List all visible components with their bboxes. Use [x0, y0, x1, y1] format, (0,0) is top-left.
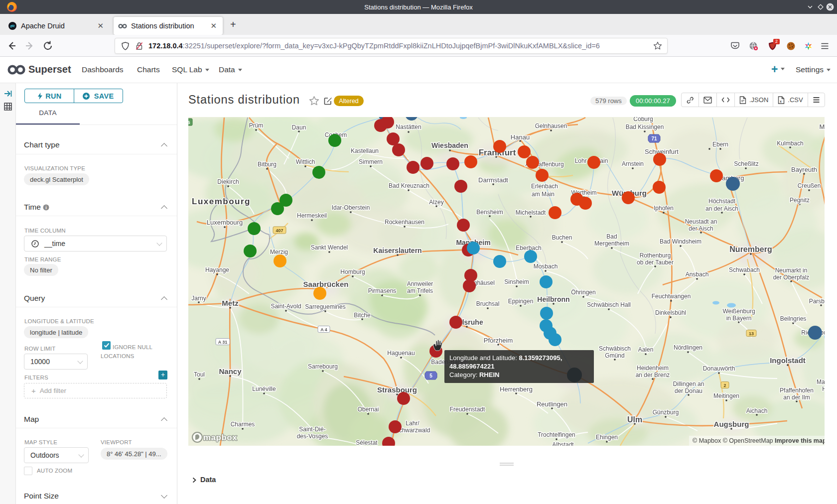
- svg-text:Ansbach: Ansbach: [686, 271, 709, 278]
- svg-text:Haguenau: Haguenau: [387, 350, 415, 357]
- svg-text:Charmes: Charmes: [231, 421, 255, 428]
- svg-text:Heilbronn: Heilbronn: [537, 295, 569, 303]
- svg-text:Dinkelsbühl: Dinkelsbühl: [655, 309, 686, 316]
- svg-text:Mergentheim: Mergentheim: [594, 240, 629, 247]
- svg-text:Saint-Dié-: Saint-Dié-: [299, 426, 325, 433]
- svg-text:Bad Kreuznach: Bad Kreuznach: [389, 182, 429, 189]
- svg-text:Prüm: Prüm: [249, 122, 264, 129]
- svg-text:Luxembourg: Luxembourg: [207, 219, 243, 226]
- svg-text:Ingolstadt: Ingolstadt: [770, 356, 806, 365]
- svg-text:der Oberpfalz: der Oberpfalz: [773, 274, 810, 281]
- svg-text:der Aisch: der Aisch: [689, 225, 713, 232]
- svg-text:Sarrebourg: Sarrebourg: [308, 363, 338, 370]
- svg-text:Coburg: Coburg: [633, 117, 653, 123]
- svg-text:an der Aisch: an der Aisch: [705, 205, 738, 212]
- svg-text:Jarny: Jarny: [191, 295, 206, 302]
- svg-text:Wittlich: Wittlich: [296, 158, 315, 165]
- svg-text:Pegnitz: Pegnitz: [790, 197, 810, 204]
- svg-text:ob der Tauber: ob der Tauber: [637, 259, 674, 266]
- svg-text:Daun: Daun: [292, 124, 306, 131]
- svg-text:Bitche: Bitche: [354, 312, 371, 319]
- svg-text:Bayreuth: Bayreuth: [791, 166, 817, 173]
- svg-text:Scheßlitz: Scheßlitz: [734, 160, 758, 167]
- svg-text:Heidenheim: Heidenheim: [637, 365, 669, 372]
- svg-text:Erlenbach: Erlenbach: [531, 183, 558, 190]
- svg-text:Beilngries: Beilngries: [780, 315, 807, 322]
- svg-text:© Mapbox © OpenStreetMap Impro: © Mapbox © OpenStreetMap Improve this ma…: [693, 437, 825, 444]
- svg-text:Aichach: Aichach: [746, 407, 768, 414]
- svg-text:Pfaffenhofen: Pfaffenhofen: [780, 387, 814, 394]
- svg-text:Höchstadt: Höchstadt: [708, 198, 736, 205]
- svg-text:Main: Main: [817, 378, 825, 385]
- svg-text:13: 13: [749, 331, 754, 336]
- svg-text:Herrenberg: Herrenberg: [500, 385, 533, 393]
- svg-text:Meitingen: Meitingen: [713, 392, 739, 399]
- svg-text:Toul: Toul: [194, 371, 205, 378]
- svg-text:Öhringen: Öhringen: [571, 289, 595, 296]
- svg-text:Nastätten: Nastätten: [396, 124, 421, 130]
- svg-text:Ulm: Ulm: [627, 415, 642, 424]
- svg-text:Arnstein: Arnstein: [622, 160, 644, 167]
- svg-text:Aalen: Aalen: [638, 346, 654, 353]
- svg-text:Strasbourg: Strasbourg: [377, 385, 417, 394]
- svg-text:Nancy: Nancy: [219, 367, 242, 376]
- svg-text:Wiesbaden: Wiesbaden: [431, 141, 468, 149]
- svg-text:Idar-Oberstein: Idar-Oberstein: [332, 204, 370, 211]
- svg-text:Günzburg: Günzburg: [653, 409, 679, 416]
- svg-text:am Main: am Main: [532, 191, 555, 198]
- svg-text:Gmünd: Gmünd: [605, 352, 624, 359]
- svg-text:5: 5: [429, 373, 432, 378]
- svg-text:Alzey: Alzey: [429, 199, 443, 206]
- svg-text:Sinsheim: Sinsheim: [504, 278, 529, 285]
- svg-text:Luxembourg: Luxembourg: [192, 197, 251, 206]
- svg-text:Herrenb: Herrenb: [822, 385, 825, 392]
- svg-text:Annweiler: Annweiler: [407, 280, 433, 287]
- svg-text:Pforzheim: Pforzheim: [484, 337, 513, 344]
- svg-text:i: i: [45, 205, 47, 210]
- svg-text:Reutlingen: Reutlingen: [537, 400, 567, 408]
- svg-text:am Trifels: am Trifels: [407, 287, 433, 294]
- svg-text:Obernai: Obernai: [358, 406, 379, 413]
- svg-text:Schwabach: Schwabach: [729, 266, 760, 273]
- svg-text:71: 71: [651, 136, 657, 141]
- svg-text:407: 407: [276, 228, 283, 233]
- svg-text:x: x: [780, 99, 782, 103]
- svg-text:Parsberg: Parsberg: [809, 298, 825, 305]
- svg-text:des-Vosges: des-Vosges: [297, 433, 328, 440]
- svg-text:Metz: Metz: [222, 299, 238, 307]
- svg-text:Freudenstadt: Freudenstadt: [450, 406, 485, 413]
- svg-text:Diekirch: Diekirch: [217, 178, 239, 185]
- svg-text:Saint-Avold: Saint-Avold: [271, 303, 301, 310]
- svg-text:Hayange: Hayange: [205, 266, 229, 273]
- svg-text:5: 5: [188, 120, 190, 125]
- svg-text:Rockenhausen: Rockenhausen: [385, 219, 424, 226]
- svg-text:Buchen: Buchen: [552, 234, 572, 241]
- svg-text:Lahr/: Lahr/: [406, 420, 419, 427]
- svg-text:Lunéville: Lunéville: [252, 385, 276, 392]
- svg-text:Neumarkt in: Neumarkt in: [775, 267, 808, 274]
- svg-text:Mosbach: Mosbach: [534, 263, 558, 270]
- svg-text:Homburg: Homburg: [340, 268, 365, 275]
- svg-text:Darmstadt: Darmstadt: [478, 176, 508, 184]
- svg-text:Kastellaun: Kastellaun: [351, 147, 379, 154]
- svg-text:Münch: Münch: [819, 123, 825, 130]
- svg-text:Creußen: Creußen: [798, 182, 821, 189]
- svg-text:Bad: Bad: [606, 233, 617, 240]
- svg-text:A 4: A 4: [320, 327, 327, 332]
- svg-text:Albstadt: Albstadt: [552, 441, 574, 446]
- svg-text:Sélestat: Sélestat: [356, 439, 378, 446]
- svg-text:an der Ilm: an der Ilm: [783, 394, 810, 401]
- svg-text:Hermeskeil: Hermeskeil: [297, 212, 327, 219]
- svg-text:Ebern: Ebern: [712, 141, 728, 148]
- svg-text:Michelstadt: Michelstadt: [516, 209, 546, 216]
- svg-text:Weißenburg: Weißenburg: [722, 308, 755, 315]
- svg-text:Iphofen: Iphofen: [654, 205, 674, 212]
- svg-text:Dillingen an: Dillingen an: [673, 380, 704, 387]
- svg-text:Bruchsal: Bruchsal: [476, 300, 500, 307]
- svg-text:Feuchtwangen: Feuchtwangen: [652, 293, 691, 300]
- svg-text:an der Brenz: an der Brenz: [636, 372, 670, 378]
- svg-text:Rothenburg: Rothenburg: [640, 252, 671, 259]
- svg-text:Kulmbach: Kulmbach: [777, 140, 803, 147]
- svg-text:Kaiserslautern: Kaiserslautern: [373, 247, 421, 254]
- svg-text:Hanau: Hanau: [511, 133, 530, 141]
